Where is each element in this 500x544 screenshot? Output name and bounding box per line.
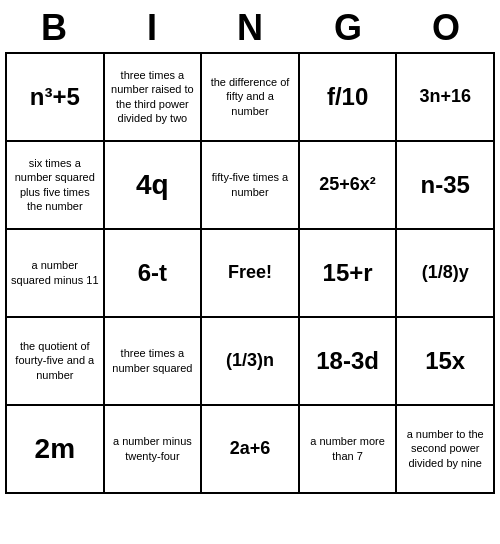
- bingo-grid: n³+5three times a number raised to the t…: [5, 52, 495, 494]
- bingo-cell-20: 2m: [7, 406, 105, 494]
- bingo-cell-4: 3n+16: [397, 54, 495, 142]
- cell-content-17: (1/3)n: [226, 350, 274, 371]
- cell-content-9: n-35: [421, 171, 470, 199]
- bingo-cell-7: fifty-five times a number: [202, 142, 300, 230]
- cell-content-2: the difference of fifty and a number: [206, 75, 294, 118]
- bingo-cell-10: a number squared minus 11: [7, 230, 105, 318]
- header-letter-g: G: [299, 8, 397, 48]
- cell-content-19: 15x: [425, 347, 465, 375]
- bingo-cell-13: 15+r: [300, 230, 398, 318]
- bingo-cell-12: Free!: [202, 230, 300, 318]
- cell-content-11: 6-t: [138, 259, 167, 287]
- cell-content-1: three times a number raised to the third…: [109, 68, 197, 125]
- cell-content-20: 2m: [35, 433, 75, 465]
- cell-content-14: (1/8)y: [422, 262, 469, 283]
- cell-content-22: 2a+6: [230, 438, 271, 459]
- bingo-cell-8: 25+6x²: [300, 142, 398, 230]
- cell-content-5: six times a number squared plus five tim…: [11, 156, 99, 213]
- cell-content-8: 25+6x²: [319, 174, 376, 195]
- bingo-cell-5: six times a number squared plus five tim…: [7, 142, 105, 230]
- bingo-cell-21: a number minus twenty-four: [105, 406, 203, 494]
- bingo-cell-23: a number more than 7: [300, 406, 398, 494]
- bingo-cell-15: the quotient of fourty-five and a number: [7, 318, 105, 406]
- bingo-cell-2: the difference of fifty and a number: [202, 54, 300, 142]
- cell-content-6: 4q: [136, 169, 169, 201]
- bingo-cell-16: three times a number squared: [105, 318, 203, 406]
- cell-content-4: 3n+16: [419, 86, 471, 107]
- bingo-header: BINGO: [5, 8, 495, 48]
- header-letter-o: O: [397, 8, 495, 48]
- bingo-cell-6: 4q: [105, 142, 203, 230]
- bingo-cell-22: 2a+6: [202, 406, 300, 494]
- bingo-cell-3: f/10: [300, 54, 398, 142]
- cell-content-7: fifty-five times a number: [206, 170, 294, 199]
- header-letter-b: B: [5, 8, 103, 48]
- header-letter-n: N: [201, 8, 299, 48]
- header-letter-i: I: [103, 8, 201, 48]
- cell-content-16: three times a number squared: [109, 346, 197, 375]
- bingo-cell-0: n³+5: [7, 54, 105, 142]
- cell-content-12: Free!: [228, 262, 272, 283]
- bingo-cell-1: three times a number raised to the third…: [105, 54, 203, 142]
- bingo-cell-24: a number to the second power divided by …: [397, 406, 495, 494]
- cell-content-10: a number squared minus 11: [11, 258, 99, 287]
- cell-content-23: a number more than 7: [304, 434, 392, 463]
- cell-content-24: a number to the second power divided by …: [401, 427, 489, 470]
- bingo-cell-19: 15x: [397, 318, 495, 406]
- bingo-cell-18: 18-3d: [300, 318, 398, 406]
- bingo-cell-17: (1/3)n: [202, 318, 300, 406]
- cell-content-13: 15+r: [323, 259, 373, 287]
- cell-content-3: f/10: [327, 83, 368, 111]
- bingo-cell-9: n-35: [397, 142, 495, 230]
- cell-content-0: n³+5: [30, 83, 80, 111]
- cell-content-15: the quotient of fourty-five and a number: [11, 339, 99, 382]
- bingo-cell-14: (1/8)y: [397, 230, 495, 318]
- cell-content-21: a number minus twenty-four: [109, 434, 197, 463]
- bingo-cell-11: 6-t: [105, 230, 203, 318]
- cell-content-18: 18-3d: [316, 347, 379, 375]
